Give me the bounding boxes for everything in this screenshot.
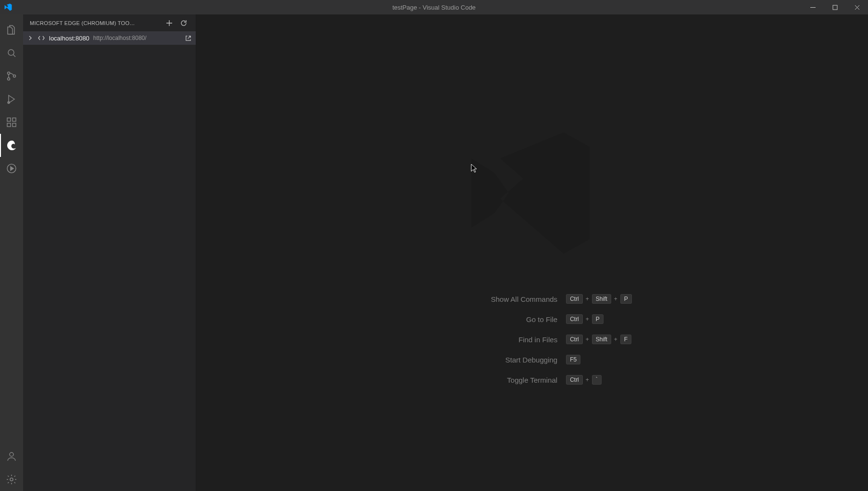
key: Shift bbox=[592, 294, 611, 304]
key: F bbox=[620, 335, 631, 344]
svg-point-3 bbox=[8, 72, 10, 75]
svg-point-5 bbox=[13, 75, 16, 78]
svg-rect-0 bbox=[810, 7, 816, 8]
window-title: testPage - Visual Studio Code bbox=[392, 4, 476, 11]
key-plus: + bbox=[586, 316, 589, 323]
shortcut-label: Show All Commands bbox=[432, 295, 557, 303]
svg-rect-10 bbox=[13, 118, 16, 121]
welcome-watermark: Show All CommandsCtrl+Shift+PGo to FileC… bbox=[432, 121, 632, 385]
shortcut-row: Start DebuggingF5 bbox=[432, 355, 632, 364]
key-plus: + bbox=[614, 296, 617, 302]
svg-rect-8 bbox=[7, 123, 11, 127]
activity-live-server[interactable] bbox=[0, 157, 23, 180]
target-name: localhost:8080 bbox=[49, 35, 89, 42]
svg-rect-7 bbox=[7, 118, 11, 121]
svg-point-13 bbox=[10, 478, 13, 481]
panel-refresh-button[interactable] bbox=[178, 18, 189, 28]
svg-rect-1 bbox=[833, 5, 837, 10]
key-plus: + bbox=[586, 376, 589, 383]
shortcut-label: Toggle Terminal bbox=[432, 376, 557, 384]
shortcut-keys: F5 bbox=[566, 355, 580, 364]
activity-extensions[interactable] bbox=[0, 111, 23, 134]
shortcut-label: Start Debugging bbox=[432, 356, 557, 364]
activity-run-debug[interactable] bbox=[0, 88, 23, 111]
shortcut-row: Go to FileCtrl+P bbox=[432, 314, 632, 324]
shortcut-row: Toggle TerminalCtrl+` bbox=[432, 375, 632, 385]
title-bar: testPage - Visual Studio Code bbox=[0, 0, 868, 14]
svg-point-4 bbox=[8, 78, 10, 80]
close-button[interactable] bbox=[846, 0, 868, 14]
key: Shift bbox=[592, 335, 611, 344]
shortcut-label: Find in Files bbox=[432, 336, 557, 344]
svg-rect-9 bbox=[13, 123, 16, 127]
debug-target-row[interactable]: localhost:8080 http://localhost:8080/ bbox=[23, 31, 196, 45]
shortcut-list: Show All CommandsCtrl+Shift+PGo to FileC… bbox=[432, 294, 632, 385]
key-plus: + bbox=[586, 336, 589, 343]
key: P bbox=[620, 294, 632, 304]
activity-edge-tools[interactable] bbox=[0, 134, 23, 157]
svg-point-12 bbox=[10, 452, 13, 456]
vscode-watermark-icon bbox=[460, 121, 604, 265]
key: Ctrl bbox=[566, 314, 583, 324]
shortcut-label: Go to File bbox=[432, 315, 557, 323]
shortcut-keys: Ctrl+P bbox=[566, 314, 604, 324]
panel-header: MICROSOFT EDGE (CHROMIUM) TOO… bbox=[23, 14, 196, 31]
activity-explorer[interactable] bbox=[0, 18, 23, 41]
key-plus: + bbox=[614, 336, 617, 343]
side-panel: MICROSOFT EDGE (CHROMIUM) TOO… localhost… bbox=[23, 14, 196, 491]
svg-point-2 bbox=[8, 50, 14, 55]
key: F5 bbox=[566, 355, 580, 364]
key: ` bbox=[592, 375, 602, 385]
activity-settings[interactable] bbox=[0, 468, 23, 491]
activity-bar bbox=[0, 14, 23, 491]
vscode-logo-icon bbox=[4, 3, 13, 12]
shortcut-keys: Ctrl+Shift+F bbox=[566, 335, 631, 344]
target-url: http://localhost:8080/ bbox=[93, 35, 147, 41]
key: Ctrl bbox=[566, 335, 583, 344]
activity-accounts[interactable] bbox=[0, 445, 23, 468]
shortcut-keys: Ctrl+` bbox=[566, 375, 602, 385]
open-external-icon[interactable] bbox=[185, 35, 192, 42]
window-controls bbox=[802, 0, 868, 14]
editor-area: Show All CommandsCtrl+Shift+PGo to FileC… bbox=[196, 14, 868, 491]
activity-search[interactable] bbox=[0, 41, 23, 65]
key: P bbox=[592, 314, 604, 324]
minimize-button[interactable] bbox=[802, 0, 824, 14]
activity-source-control[interactable] bbox=[0, 65, 23, 88]
key-plus: + bbox=[586, 296, 589, 302]
shortcut-row: Show All CommandsCtrl+Shift+P bbox=[432, 294, 632, 304]
shortcut-row: Find in FilesCtrl+Shift+F bbox=[432, 335, 632, 344]
chevron-right-icon bbox=[27, 36, 34, 40]
panel-title: MICROSOFT EDGE (CHROMIUM) TOO… bbox=[30, 20, 160, 26]
code-icon bbox=[38, 34, 45, 42]
shortcut-keys: Ctrl+Shift+P bbox=[566, 294, 632, 304]
maximize-button[interactable] bbox=[824, 0, 846, 14]
key: Ctrl bbox=[566, 294, 583, 304]
key: Ctrl bbox=[566, 375, 583, 385]
panel-add-button[interactable] bbox=[164, 18, 175, 28]
